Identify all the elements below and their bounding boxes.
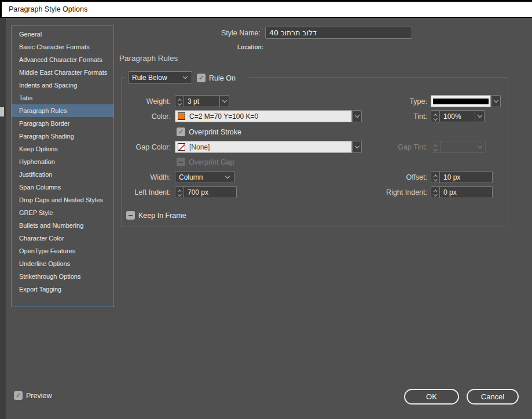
rule-position-dropdown[interactable]: Rule Below [128, 71, 192, 83]
sidebar-item-export-tagging[interactable]: Export Tagging [12, 283, 113, 296]
paragraph-style-options-dialog: Paragraph Style Options General Basic Ch… [0, 0, 532, 419]
color-dropdown-button[interactable] [352, 110, 362, 122]
offset-stepper[interactable] [431, 171, 440, 183]
right-indent-label: Right Indent: [369, 188, 427, 196]
right-indent-value[interactable]: 0 px [439, 186, 493, 198]
color-value: C=2 M=70 Y=100 K=0 [185, 112, 258, 121]
dash-icon [129, 215, 133, 216]
sidebar-item-grep-style[interactable]: GREP Style [12, 206, 113, 219]
width-dropdown[interactable]: Column [175, 171, 234, 183]
sidebar-item-general[interactable]: General [12, 28, 113, 41]
background-panel-notch [0, 107, 4, 116]
chevron-down-icon [183, 74, 188, 79]
color-dropdown[interactable]: C=2 M=70 Y=100 K=0 [175, 110, 352, 122]
overprint-stroke-label: Overprint Stroke [189, 128, 241, 136]
keep-in-frame-checkbox[interactable] [126, 211, 135, 220]
section-title: Paragraph Rules [119, 54, 178, 63]
overprint-gap-label: Overprint Gap [189, 158, 234, 166]
offset-value[interactable]: 10 px [439, 171, 493, 183]
type-label: Type: [369, 97, 427, 105]
sidebar-item-span-columns[interactable]: Span Columns [12, 181, 113, 194]
sidebar-item-basic-character-formats[interactable]: Basic Character Formats [12, 41, 113, 53]
dialog-title: Paragraph Style Options [2, 5, 87, 13]
sidebar-item-indents-and-spacing[interactable]: Indents and Spacing [12, 79, 113, 92]
offset-combo: 10 px [431, 171, 493, 183]
style-name-input[interactable] [265, 27, 412, 39]
cancel-button[interactable]: Cancel [467, 389, 519, 405]
chevron-down-icon [354, 113, 359, 118]
rule-on-checkbox[interactable]: ✓ [197, 74, 206, 82]
check-icon: ✓ [199, 75, 204, 81]
title-bar: Paragraph Style Options [0, 0, 532, 18]
ok-button-label: OK [426, 392, 437, 401]
left-edge-strip [0, 18, 6, 419]
sidebar-item-paragraph-rules[interactable]: Paragraph Rules [12, 104, 113, 117]
sidebar-item-justification[interactable]: Justification [12, 168, 113, 181]
style-name-label: Style Name: [191, 29, 261, 37]
sidebar-item-character-color[interactable]: Character Color [12, 232, 113, 245]
left-indent-label: Left Indent: [113, 188, 171, 196]
sidebar-item-drop-caps-and-nested-styles[interactable]: Drop Caps and Nested Styles [12, 194, 113, 206]
right-indent-combo: 0 px [431, 186, 493, 198]
ok-button[interactable]: OK [404, 389, 459, 405]
overprint-stroke-checkbox[interactable]: ✓ [177, 127, 185, 136]
sidebar-item-opentype-features[interactable]: OpenType Features [12, 245, 113, 257]
weight-stepper[interactable] [175, 95, 184, 107]
dash-icon [179, 162, 183, 163]
weight-value[interactable]: 3 pt [184, 95, 220, 107]
location-label: Location: [206, 44, 263, 50]
gap-color-value: [None] [185, 143, 210, 151]
none-swatch-icon [178, 143, 185, 151]
preview-checkbox[interactable]: ✓ [14, 391, 23, 400]
type-line-preview [433, 99, 489, 104]
gap-color-label: Gap Color: [113, 143, 171, 151]
weight-combo: 3 pt [175, 95, 229, 107]
sidebar-item-keep-options[interactable]: Keep Options [12, 143, 113, 155]
color-label: Color: [113, 112, 171, 121]
sidebar-item-advanced-character-formats[interactable]: Advanced Character Formats [12, 53, 113, 66]
preview-label: Preview [26, 392, 52, 400]
overprint-gap-checkbox [177, 158, 185, 166]
type-dropdown[interactable] [431, 95, 491, 107]
gap-color-dropdown-button[interactable] [352, 141, 362, 153]
gap-tint-label: Gap Tint: [369, 143, 427, 151]
cancel-button-label: Cancel [481, 392, 504, 401]
rule-on-label: Rule On [209, 74, 236, 82]
chevron-down-icon [478, 144, 482, 148]
width-label: Width: [113, 173, 171, 181]
left-indent-combo: 700 px [175, 186, 237, 198]
sidebar-item-middle-east-character-formats[interactable]: Middle East Character Formats [12, 66, 113, 79]
left-indent-value[interactable]: 700 px [184, 186, 237, 198]
chevron-down-icon [434, 147, 437, 151]
tint-dropdown-button[interactable] [475, 110, 485, 122]
type-dropdown-button[interactable] [491, 95, 501, 107]
offset-label: Offset: [369, 173, 427, 181]
sidebar-item-bullets-and-numbering[interactable]: Bullets and Numbering [12, 219, 113, 232]
category-sidebar: General Basic Character Formats Advanced… [11, 25, 114, 307]
chevron-down-icon [222, 98, 226, 103]
rule-position-value: Rule Below [129, 74, 167, 82]
color-swatch-icon [178, 112, 185, 120]
tint-stepper[interactable] [431, 110, 440, 122]
left-indent-stepper[interactable] [175, 186, 184, 198]
tint-value[interactable]: 100% [439, 110, 475, 122]
sidebar-item-paragraph-shading[interactable]: Paragraph Shading [12, 130, 113, 143]
chevron-down-icon [225, 174, 230, 178]
keep-in-frame-label: Keep In Frame [138, 212, 186, 220]
chevron-down-icon [493, 98, 498, 103]
chevron-down-icon [477, 113, 482, 118]
right-indent-stepper[interactable] [431, 186, 440, 198]
sidebar-item-paragraph-border[interactable]: Paragraph Border [12, 117, 113, 130]
width-value: Column [175, 173, 203, 181]
sidebar-item-hyphenation[interactable]: Hyphenation [12, 155, 113, 168]
weight-dropdown-button[interactable] [219, 95, 229, 107]
gap-tint-combo-disabled [431, 141, 486, 153]
gap-color-dropdown[interactable]: [None] [175, 141, 352, 153]
chevron-down-icon [354, 144, 359, 148]
tint-combo: 100% [431, 110, 485, 122]
tint-label: Tint: [369, 112, 427, 121]
sidebar-item-underline-options[interactable]: Underline Options [12, 257, 113, 270]
sidebar-item-strikethrough-options[interactable]: Strikethrough Options [12, 270, 113, 283]
check-icon: ✓ [16, 392, 21, 399]
sidebar-item-tabs[interactable]: Tabs [12, 92, 113, 104]
